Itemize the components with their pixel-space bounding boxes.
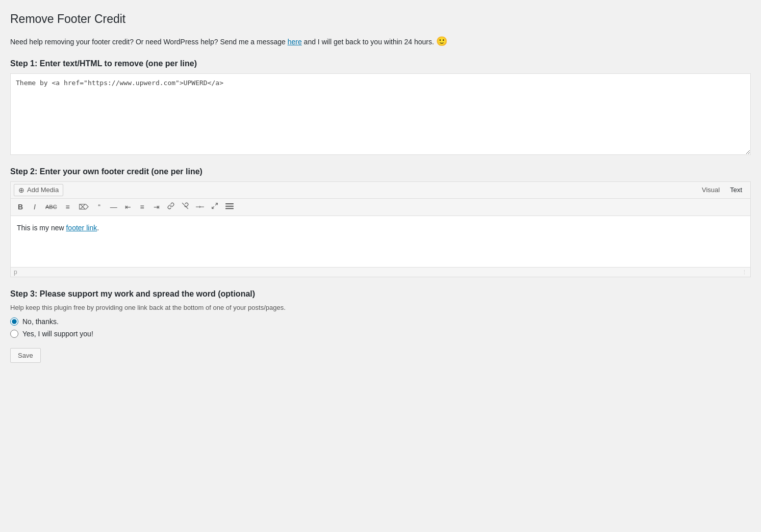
editor-footer-link[interactable]: footer link <box>66 224 97 232</box>
ordered-list-button[interactable]: ⌦ <box>75 201 92 214</box>
strikethrough-button[interactable]: ABC <box>42 202 60 212</box>
step3-description: Help keep this plugin free by providing … <box>10 304 751 311</box>
editor-content-area[interactable]: This is my new footer link. <box>11 216 750 267</box>
step1-title: Step 1: Enter text/HTML to remove (one p… <box>10 59 751 68</box>
editor-text-before-link: This is my new <box>17 224 66 232</box>
insert-link-button[interactable] <box>164 201 177 214</box>
svg-rect-7 <box>225 205 234 206</box>
radio-yes-label[interactable]: Yes, I will support you! <box>10 330 751 338</box>
add-media-button[interactable]: ⊕ Add Media <box>14 184 63 196</box>
align-center-button[interactable]: ≡ <box>136 201 149 214</box>
step3-section: Step 3: Please support my work and sprea… <box>10 289 751 363</box>
tab-visual[interactable]: Visual <box>697 184 725 196</box>
svg-rect-6 <box>225 203 234 204</box>
svg-rect-8 <box>225 208 234 209</box>
smiley-emoji: 🙂 <box>436 36 447 46</box>
save-button[interactable]: Save <box>10 348 41 363</box>
tab-text[interactable]: Text <box>725 184 747 196</box>
add-media-icon: ⊕ <box>18 186 24 194</box>
view-tabs: Visual Text <box>697 184 747 196</box>
align-left-button[interactable]: ⇤ <box>121 201 135 214</box>
radio-no[interactable] <box>10 317 18 326</box>
step2-section: Step 2: Enter your own footer credit (on… <box>10 167 751 278</box>
more-tag-button[interactable] <box>193 201 207 214</box>
svg-line-4 <box>215 203 217 205</box>
editor-resize-handle[interactable]: ⋮ <box>742 269 747 276</box>
horizontal-line-button[interactable]: — <box>107 201 120 214</box>
blockquote-button[interactable]: “ <box>93 201 106 214</box>
fullscreen-button[interactable] <box>208 201 221 214</box>
svg-line-5 <box>212 206 214 208</box>
unordered-list-button[interactable]: ≡ <box>61 201 74 214</box>
editor-buttons-row: B I ABC ≡ ⌦ “ — ⇤ ≡ ⇥ <box>11 199 750 217</box>
step3-title: Step 3: Please support my work and sprea… <box>10 289 751 299</box>
radio-no-label[interactable]: No, thanks. <box>10 317 751 326</box>
bold-button[interactable]: B <box>14 201 27 214</box>
intro-after-link: and I will get back to you within 24 hou… <box>302 38 434 46</box>
kitchen-sink-button[interactable] <box>222 201 237 214</box>
editor-content-paragraph: This is my new footer link. <box>17 222 744 233</box>
radio-yes[interactable] <box>10 330 18 338</box>
intro-text: Need help removing your footer credit? O… <box>10 34 751 49</box>
radio-yes-text: Yes, I will support you! <box>22 330 93 338</box>
unlink-button[interactable] <box>179 201 192 214</box>
support-radio-group: No, thanks. Yes, I will support you! <box>10 317 751 338</box>
editor-text-after-link: . <box>97 224 99 232</box>
editor-wrap: ⊕ Add Media Visual Text B I ABC ≡ ⌦ “ — … <box>10 181 751 278</box>
radio-no-text: No, thanks. <box>22 317 59 326</box>
italic-button[interactable]: I <box>28 201 41 214</box>
editor-path: p <box>14 269 17 276</box>
align-right-button[interactable]: ⇥ <box>150 201 163 214</box>
page-title: Remove Footer Credit <box>10 12 751 26</box>
step1-textarea[interactable]: Theme by <a href="https://www.upwerd.com… <box>10 73 751 155</box>
add-media-label: Add Media <box>27 186 59 194</box>
intro-before-link: Need help removing your footer credit? O… <box>10 38 288 46</box>
editor-toolbar-top: ⊕ Add Media Visual Text <box>11 182 750 199</box>
step2-title: Step 2: Enter your own footer credit (on… <box>10 167 751 176</box>
help-link[interactable]: here <box>288 38 302 46</box>
step1-section: Step 1: Enter text/HTML to remove (one p… <box>10 59 751 155</box>
editor-status-bar: p ⋮ <box>11 267 750 277</box>
